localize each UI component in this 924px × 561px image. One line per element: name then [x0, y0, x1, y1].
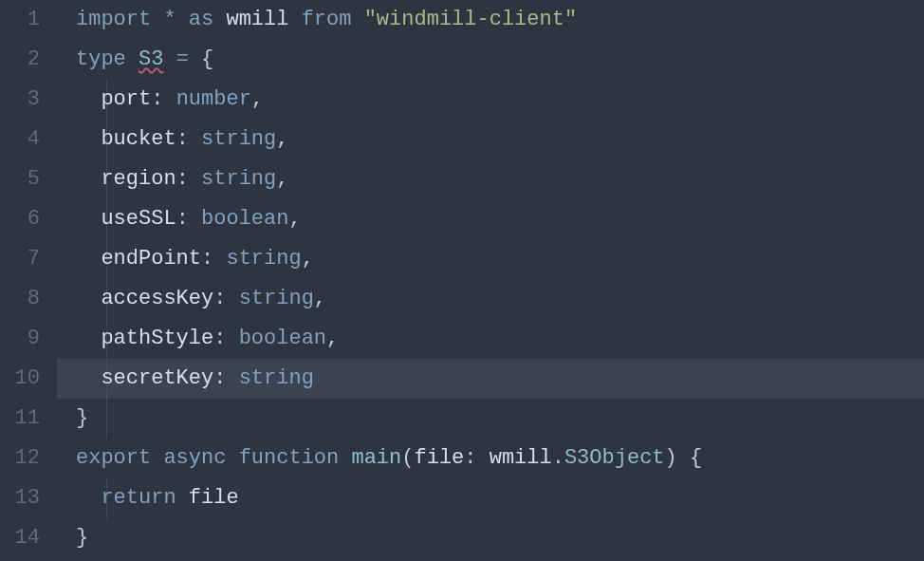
token-kw: import: [76, 8, 151, 31]
token-prop: useSSL: [101, 207, 176, 231]
line-number: 8: [0, 279, 40, 319]
whitespace: [288, 8, 301, 31]
token-punct: (: [401, 446, 414, 470]
token-typekw: string: [239, 287, 314, 310]
code-line[interactable]: type S3 = {: [76, 40, 924, 80]
whitespace: [76, 87, 101, 111]
code-line[interactable]: useSSL: boolean,: [76, 199, 924, 239]
line-number-gutter: 1234567891011121314: [0, 0, 57, 561]
token-prop: region: [101, 167, 176, 191]
token-prop: port: [101, 87, 151, 111]
token-punct: .: [552, 446, 564, 470]
token-punct: }: [76, 526, 88, 550]
token-punct: ): [665, 446, 677, 470]
token-punct: :: [176, 127, 189, 151]
token-punct: {: [201, 47, 213, 71]
token-kw: type: [76, 47, 126, 71]
token-kw: as: [189, 8, 213, 31]
line-number: 4: [0, 120, 40, 159]
code-line[interactable]: }: [76, 518, 924, 558]
token-punct: ,: [314, 287, 326, 310]
token-prop: accessKey: [101, 287, 213, 310]
whitespace: [189, 127, 201, 151]
token-fn: main: [351, 446, 401, 470]
line-number: 12: [0, 439, 40, 478]
token-type: S3Object: [564, 446, 665, 470]
whitespace: [76, 127, 101, 151]
code-editor[interactable]: 1234567891011121314 import * as wmill fr…: [0, 0, 924, 561]
whitespace: [226, 327, 238, 350]
token-punct: :: [201, 247, 213, 271]
line-number: 6: [0, 199, 40, 239]
whitespace: [176, 8, 189, 31]
line-number: 14: [0, 518, 40, 558]
token-typekw: string: [226, 247, 301, 271]
whitespace: [76, 327, 101, 350]
whitespace: [189, 47, 201, 71]
token-op: =: [176, 47, 189, 71]
token-prop: secretKey: [101, 366, 213, 390]
whitespace: [339, 446, 351, 470]
code-line[interactable]: pathStyle: boolean,: [76, 319, 924, 359]
line-number: 5: [0, 159, 40, 199]
token-ident: file: [189, 486, 239, 510]
line-number: 7: [0, 239, 40, 279]
token-punct: ,: [276, 167, 288, 191]
whitespace: [163, 47, 176, 71]
whitespace: [176, 486, 189, 510]
token-punct: :: [176, 207, 189, 231]
whitespace: [76, 287, 101, 310]
token-punct: }: [76, 406, 88, 430]
whitespace: [76, 486, 101, 510]
token-typekw: string: [201, 167, 276, 191]
line-number: 11: [0, 399, 40, 439]
whitespace: [151, 446, 163, 470]
code-line[interactable]: return file: [76, 478, 924, 518]
token-punct: :: [213, 366, 226, 390]
token-typekw: string: [201, 127, 276, 151]
token-type_err: S3: [139, 47, 163, 71]
code-line[interactable]: region: string,: [76, 159, 924, 199]
code-line[interactable]: export async function main(file: wmill.S…: [76, 439, 924, 478]
token-punct: :: [213, 327, 226, 350]
token-punct: :: [151, 87, 163, 111]
token-punct: ,: [288, 207, 301, 231]
token-punct: ,: [276, 127, 288, 151]
whitespace: [477, 446, 490, 470]
token-prop: pathStyle: [101, 327, 213, 350]
code-line[interactable]: endPoint: string,: [76, 239, 924, 279]
code-line[interactable]: import * as wmill from "windmill-client": [76, 0, 924, 40]
line-number: 13: [0, 478, 40, 518]
whitespace: [76, 247, 101, 271]
line-number: 10: [0, 359, 40, 399]
whitespace: [76, 366, 101, 390]
line-number: 1: [0, 0, 40, 40]
whitespace: [126, 47, 139, 71]
token-prop: endPoint: [101, 247, 201, 271]
whitespace: [677, 446, 690, 470]
token-kw: function: [239, 446, 340, 470]
code-line[interactable]: }: [76, 399, 924, 439]
code-line[interactable]: port: number,: [76, 80, 924, 120]
token-punct: :: [176, 167, 189, 191]
line-number: 3: [0, 80, 40, 120]
code-line[interactable]: bucket: string,: [76, 120, 924, 159]
whitespace: [351, 8, 363, 31]
token-punct: :: [464, 446, 476, 470]
token-ident: wmill: [490, 446, 552, 470]
token-kw: return: [101, 486, 176, 510]
token-ident: wmill: [226, 8, 288, 31]
token-punct: ,: [302, 247, 314, 271]
whitespace: [213, 247, 226, 271]
token-str: "windmill-client": [364, 8, 577, 31]
code-line[interactable]: accessKey: string,: [76, 279, 924, 319]
token-typekw: boolean: [201, 207, 288, 231]
token-op: *: [163, 8, 176, 31]
token-kw: export: [76, 446, 151, 470]
token-kw: from: [302, 8, 352, 31]
whitespace: [226, 446, 238, 470]
whitespace: [76, 207, 101, 231]
whitespace: [151, 8, 163, 31]
code-area[interactable]: import * as wmill from "windmill-client"…: [57, 0, 924, 561]
code-line[interactable]: secretKey: string: [76, 359, 924, 399]
